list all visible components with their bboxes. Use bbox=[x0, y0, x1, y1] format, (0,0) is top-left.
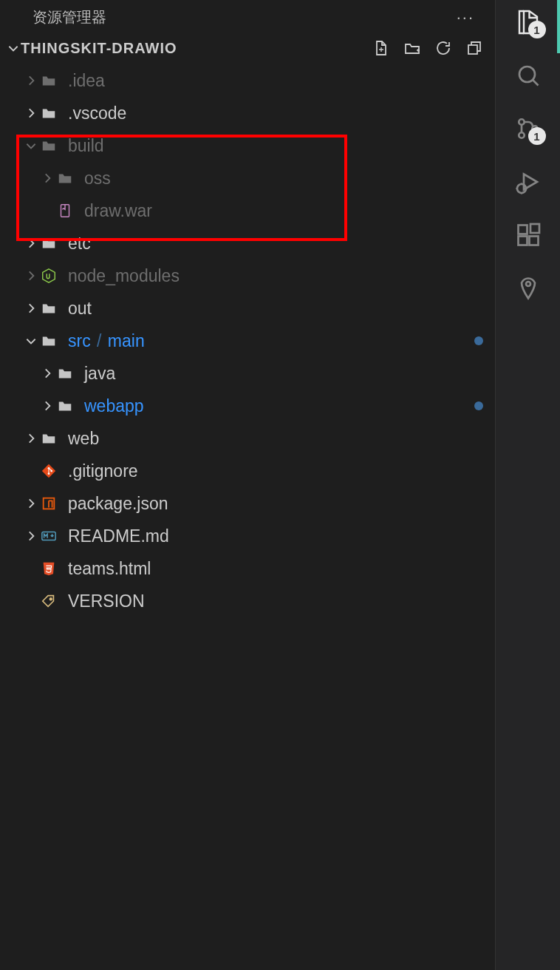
search-activity-icon[interactable] bbox=[512, 59, 544, 92]
tree-item-war[interactable]: draw.war bbox=[0, 194, 495, 227]
folder-icon bbox=[55, 365, 75, 381]
tree-item-label: teams.html bbox=[68, 559, 483, 579]
modified-indicator bbox=[474, 336, 483, 345]
chevron-right-icon bbox=[40, 172, 55, 185]
chevron-right-icon bbox=[24, 74, 38, 87]
activity-bar: 1 1 bbox=[495, 0, 560, 970]
panel-more-button[interactable]: ··· bbox=[457, 8, 480, 27]
tree-item-label: .vscode bbox=[68, 104, 483, 123]
tree-item-label: build bbox=[68, 136, 483, 156]
chevron-right-icon bbox=[40, 367, 55, 380]
tree-item-label: node_modules bbox=[68, 266, 483, 286]
panel-header: 资源管理器 ··· bbox=[0, 0, 495, 32]
chevron-right-icon bbox=[24, 529, 38, 543]
tree-item-src[interactable]: src / main bbox=[0, 325, 495, 357]
nodejs-icon bbox=[38, 268, 59, 284]
tree-item-label: package.json bbox=[68, 494, 483, 514]
tree-item-label: out bbox=[68, 299, 483, 319]
svg-point-8 bbox=[519, 67, 535, 82]
svg-point-17 bbox=[526, 282, 530, 286]
new-file-button[interactable] bbox=[372, 39, 390, 57]
app-root: 资源管理器 ··· THINGSKIT-DRAWIO bbox=[0, 0, 560, 970]
tree-item-webapp[interactable]: webapp bbox=[0, 390, 495, 422]
panel-title: 资源管理器 bbox=[33, 7, 106, 27]
explorer-activity-icon[interactable]: 1 bbox=[512, 6, 544, 38]
git-icon bbox=[38, 463, 59, 479]
project-name: THINGSKIT-DRAWIO bbox=[21, 40, 372, 57]
tree-item-readme[interactable]: README.md bbox=[0, 520, 495, 552]
tree-item-label: .idea bbox=[68, 71, 483, 91]
folder-icon bbox=[38, 72, 59, 89]
md-icon bbox=[38, 528, 59, 544]
svg-point-9 bbox=[519, 119, 525, 125]
tree-item-label: draw.war bbox=[84, 201, 483, 221]
collapse-all-button[interactable] bbox=[465, 39, 483, 57]
chevron-right-icon bbox=[40, 399, 55, 413]
tree-item-etc[interactable]: etc bbox=[0, 227, 495, 260]
chevron-right-icon bbox=[24, 106, 38, 120]
tree-item-label: VERSION bbox=[68, 591, 483, 611]
tree-item-label: java bbox=[84, 364, 483, 384]
html-icon bbox=[38, 560, 59, 577]
svg-rect-15 bbox=[529, 237, 538, 245]
chevron-down-icon bbox=[24, 334, 38, 347]
svg-point-10 bbox=[519, 132, 525, 138]
tree-item-vscode[interactable]: .vscode bbox=[0, 97, 495, 129]
new-folder-button[interactable] bbox=[403, 39, 421, 57]
svg-rect-16 bbox=[530, 224, 539, 233]
run-debug-activity-icon[interactable] bbox=[512, 166, 544, 198]
tree-item-label: etc bbox=[68, 234, 483, 254]
project-section-header[interactable]: THINGSKIT-DRAWIO bbox=[0, 32, 495, 64]
svg-rect-13 bbox=[518, 225, 527, 234]
tree-item-idea[interactable]: .idea bbox=[0, 64, 495, 97]
folder-icon bbox=[38, 105, 59, 121]
tree-item-teams[interactable]: teams.html bbox=[0, 552, 495, 585]
tree-item-giti[interactable]: .gitignore bbox=[0, 455, 495, 487]
explorer-sidebar: 资源管理器 ··· THINGSKIT-DRAWIO bbox=[0, 0, 495, 970]
chevron-right-icon bbox=[24, 497, 38, 510]
folder-icon bbox=[55, 398, 75, 414]
tree-item-pkg[interactable]: package.json bbox=[0, 487, 495, 520]
tree-item-label: .gitignore bbox=[68, 461, 483, 481]
svg-point-7 bbox=[49, 598, 52, 600]
tree-item-oss[interactable]: oss bbox=[0, 162, 495, 194]
tree-item-web[interactable]: web bbox=[0, 422, 495, 455]
tree-item-label: oss bbox=[84, 169, 483, 189]
section-actions bbox=[372, 39, 483, 57]
source-control-activity-icon[interactable]: 1 bbox=[512, 112, 544, 145]
folder-icon bbox=[38, 138, 59, 154]
tree-item-ver[interactable]: VERSION bbox=[0, 585, 495, 617]
gitlens-activity-icon[interactable] bbox=[512, 272, 544, 305]
refresh-button[interactable] bbox=[434, 39, 452, 57]
modified-indicator bbox=[474, 401, 483, 410]
chevron-right-icon bbox=[24, 302, 38, 315]
tree-item-java[interactable]: java bbox=[0, 357, 495, 390]
chevron-right-icon bbox=[24, 237, 38, 250]
chevron-right-icon bbox=[24, 432, 38, 445]
chevron-down-icon bbox=[24, 139, 38, 152]
tag-icon bbox=[38, 593, 59, 609]
path-separator: / bbox=[92, 331, 106, 350]
tree-item-label: README.md bbox=[68, 526, 483, 546]
tree-item-label: src / main bbox=[68, 331, 474, 351]
folder-icon bbox=[38, 333, 59, 349]
archive-icon bbox=[55, 203, 75, 219]
chevron-down-icon bbox=[6, 41, 21, 55]
svg-rect-14 bbox=[518, 237, 527, 245]
folder-icon bbox=[38, 300, 59, 316]
folder-icon bbox=[55, 170, 75, 186]
extensions-activity-icon[interactable] bbox=[512, 219, 544, 251]
tree-item-label-2: main bbox=[108, 331, 145, 350]
tree-item-build[interactable]: build bbox=[0, 129, 495, 162]
tree-item-label: web bbox=[68, 429, 483, 449]
scm-badge: 1 bbox=[528, 127, 546, 145]
explorer-badge: 1 bbox=[528, 21, 546, 38]
file-tree: .idea.vscodebuildossdraw.waretcnode_modu… bbox=[0, 64, 495, 617]
tree-item-label: webapp bbox=[84, 396, 474, 416]
chevron-right-icon bbox=[24, 269, 38, 282]
folder-icon bbox=[38, 430, 59, 447]
tree-item-out[interactable]: out bbox=[0, 292, 495, 325]
tree-item-node[interactable]: node_modules bbox=[0, 260, 495, 292]
npm-icon bbox=[38, 495, 59, 512]
svg-rect-0 bbox=[468, 45, 477, 54]
